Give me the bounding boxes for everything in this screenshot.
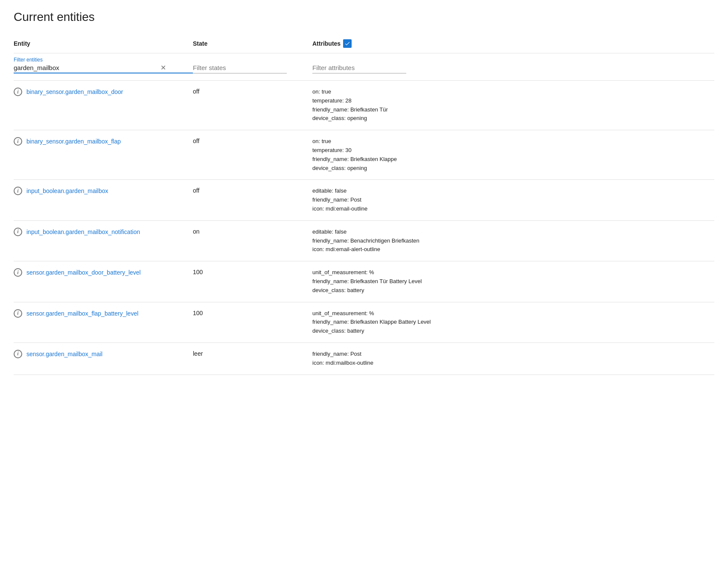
filter-row: Filter entities ✕ <box>14 53 714 81</box>
info-icon[interactable]: i <box>14 268 22 277</box>
state-cell: 100 <box>193 309 312 316</box>
entity-link[interactable]: binary_sensor.garden_mailbox_flap <box>26 138 121 145</box>
page-title: Current entities <box>14 10 714 24</box>
attributes-checkbox[interactable] <box>343 39 352 48</box>
col-header-attributes: Attributes <box>312 39 714 48</box>
state-cell: off <box>193 137 312 144</box>
entity-cell: i binary_sensor.garden_mailbox_flap <box>14 137 193 146</box>
entity-link[interactable]: sensor.garden_mailbox_door_battery_level <box>26 269 141 276</box>
entity-link[interactable]: binary_sensor.garden_mailbox_door <box>26 88 123 95</box>
table-row: i binary_sensor.garden_mailbox_flap off … <box>14 130 714 180</box>
entity-cell: i sensor.garden_mailbox_flap_battery_lev… <box>14 309 193 318</box>
attributes-col-label: Attributes <box>312 40 341 47</box>
filter-attr-wrap <box>312 57 714 73</box>
filter-entity-input[interactable] <box>14 64 159 71</box>
attr-cell: friendly_name: Posticon: mdi:mailbox-out… <box>312 350 714 368</box>
state-cell: 100 <box>193 268 312 275</box>
clear-filter-button[interactable]: ✕ <box>159 64 168 72</box>
filter-entity-input-wrap: ✕ <box>14 64 193 73</box>
info-icon[interactable]: i <box>14 350 22 358</box>
state-cell: leer <box>193 350 312 357</box>
table-row: i sensor.garden_mailbox_door_battery_lev… <box>14 261 714 302</box>
info-icon[interactable]: i <box>14 137 22 146</box>
attr-cell: editable: falsefriendly_name: Posticon: … <box>312 187 714 213</box>
table-row: i input_boolean.garden_mailbox_notificat… <box>14 221 714 261</box>
filter-state-wrap <box>193 57 312 73</box>
entity-link[interactable]: input_boolean.garden_mailbox_notificatio… <box>26 228 140 235</box>
table-row: i sensor.garden_mailbox_mail leer friend… <box>14 343 714 375</box>
entity-cell: i sensor.garden_mailbox_door_battery_lev… <box>14 268 193 277</box>
entity-cell: i input_boolean.garden_mailbox_notificat… <box>14 228 193 236</box>
info-icon[interactable]: i <box>14 309 22 318</box>
attr-cell: on: truetemperature: 30friendly_name: Br… <box>312 137 714 173</box>
table-row: i input_boolean.garden_mailbox off edita… <box>14 180 714 220</box>
col-header-entity: Entity <box>14 39 193 48</box>
attr-cell: unit_of_measurement: %friendly_name: Bri… <box>312 309 714 336</box>
entities-table: Entity State Attributes Filter entities … <box>14 34 714 375</box>
entity-cell: i sensor.garden_mailbox_mail <box>14 350 193 358</box>
col-header-state: State <box>193 39 312 48</box>
entity-link[interactable]: sensor.garden_mailbox_mail <box>26 351 102 357</box>
state-col-label: State <box>193 40 207 47</box>
table-header: Entity State Attributes <box>14 34 714 53</box>
entity-link[interactable]: input_boolean.garden_mailbox <box>26 187 108 194</box>
attr-cell: editable: falsefriendly_name: Benachrich… <box>312 228 714 254</box>
rows-container: i binary_sensor.garden_mailbox_door off … <box>14 81 714 375</box>
filter-attr-input[interactable] <box>312 64 406 73</box>
attr-cell: unit_of_measurement: %friendly_name: Bri… <box>312 268 714 295</box>
info-icon[interactable]: i <box>14 88 22 96</box>
info-icon[interactable]: i <box>14 187 22 195</box>
table-row: i binary_sensor.garden_mailbox_door off … <box>14 81 714 130</box>
filter-entities-label: Filter entities <box>14 57 193 63</box>
entity-cell: i binary_sensor.garden_mailbox_door <box>14 88 193 96</box>
entity-col-label: Entity <box>14 40 30 47</box>
table-row: i sensor.garden_mailbox_flap_battery_lev… <box>14 302 714 343</box>
entity-link[interactable]: sensor.garden_mailbox_flap_battery_level <box>26 310 138 317</box>
info-icon[interactable]: i <box>14 228 22 236</box>
filter-entity-container: Filter entities ✕ <box>14 57 193 73</box>
state-cell: on <box>193 228 312 235</box>
entity-cell: i input_boolean.garden_mailbox <box>14 187 193 195</box>
state-cell: off <box>193 187 312 194</box>
filter-state-input[interactable] <box>193 64 287 73</box>
attr-cell: on: truetemperature: 28friendly_name: Br… <box>312 88 714 123</box>
state-cell: off <box>193 88 312 95</box>
